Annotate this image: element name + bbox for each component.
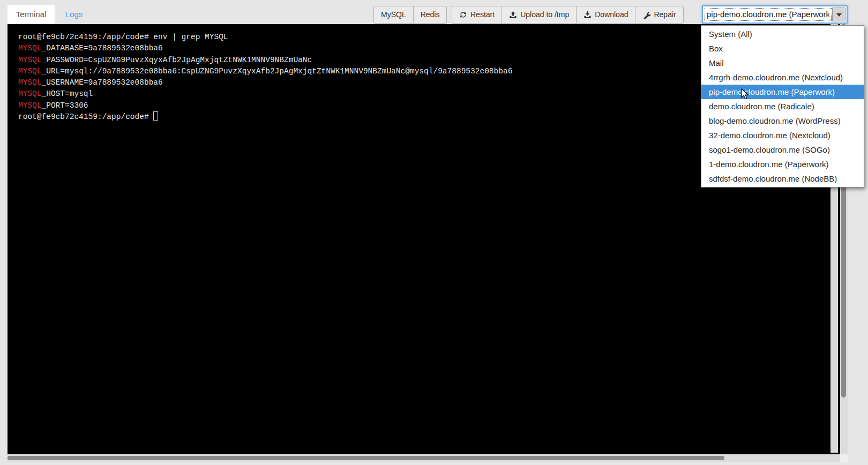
terminal-text-segment: _PASSWORD=CspUZNG9PuvzXqyxAfb2JpAgMxjqtZ…	[42, 56, 312, 64]
select-option[interactable]: Mail	[701, 56, 864, 70]
tab-logs[interactable]: Logs	[55, 5, 93, 24]
repair-icon	[642, 11, 650, 19]
terminal-text-segment: _USERNAME=9a7889532e08bba6	[42, 78, 163, 87]
tab-terminal-label: Terminal	[16, 10, 47, 19]
terminal-text-segment: MYSQL	[18, 89, 42, 98]
terminal-line: MYSQL_URL=mysql://9a7889532e08bba6:CspUZ…	[18, 66, 512, 77]
terminal-text-segment: MYSQL	[18, 101, 42, 110]
button-label: Redis	[421, 6, 440, 23]
terminal-text-segment: _HOST=mysql	[42, 89, 93, 98]
select-option[interactable]: 1-demo.cloudron.me (Paperwork)	[701, 157, 864, 171]
button-label: Upload to /tmp	[520, 6, 569, 23]
terminal-line: root@fe9cb72c4159:/app/code# env | grep …	[18, 32, 512, 43]
terminal-text-segment: root@fe9cb72c4159:/app/code# env | grep …	[18, 33, 228, 41]
select-option[interactable]: demo.cloudron.me (Radicale)	[701, 99, 864, 114]
terminal-line: MYSQL_HOST=mysql	[18, 88, 512, 100]
download-icon	[583, 11, 592, 19]
button-download[interactable]: Download	[576, 6, 635, 24]
terminal-text-segment: root@fe9cb72c4159:/app/code#	[18, 112, 153, 121]
terminal-text-segment: _DATABASE=9a7889532e08bba6	[42, 44, 163, 52]
terminal-line: MYSQL_DATABASE=9a7889532e08bba6	[18, 43, 512, 54]
terminal-line: root@fe9cb72c4159:/app/code#	[18, 111, 512, 123]
terminal-text-segment: MYSQL	[18, 67, 42, 76]
select-option[interactable]: blog-demo.cloudron.me (WordPress)	[701, 114, 864, 128]
terminal-text-segment: MYSQL	[18, 78, 42, 87]
button-restart[interactable]: Restart	[452, 6, 502, 24]
button-redis[interactable]: Redis	[413, 6, 447, 24]
terminal-text-segment: _URL=mysql://9a7889532e08bba6:CspUZNG9Pu…	[42, 67, 513, 76]
app-select-value: pip-demo.cloudron.me (Paperwork	[707, 9, 829, 20]
terminal-cursor	[153, 111, 158, 121]
button-repair[interactable]: Repair	[635, 6, 683, 24]
tab-terminal[interactable]: Terminal	[8, 5, 55, 24]
button-label: Repair	[654, 6, 676, 23]
terminal-line: MYSQL_PORT=3306	[18, 100, 512, 111]
app-select[interactable]: pip-demo.cloudron.me (Paperwork	[702, 5, 848, 24]
terminal-text-segment: MYSQL	[18, 44, 42, 52]
select-option[interactable]: 4rrgrh-demo.cloudron.me (Nextcloud)	[701, 70, 864, 85]
terminal-line: MYSQL_USERNAME=9a7889532e08bba6	[18, 77, 512, 88]
horizontal-scrollbar-thumb[interactable]	[8, 456, 724, 460]
credentials-button-group: MySQLRedis	[373, 6, 447, 24]
button-mysql[interactable]: MySQL	[373, 6, 414, 24]
terminal-text-segment: _PORT=3306	[42, 101, 88, 110]
terminal-line: MYSQL_PASSWORD=CspUZNG9PuvzXqyxAfb2JpAgM…	[18, 55, 512, 66]
upload-icon	[509, 11, 517, 19]
horizontal-scrollbar[interactable]	[6, 454, 840, 462]
terminal-output: root@fe9cb72c4159:/app/code# env | grep …	[18, 32, 512, 123]
button-upload-to-tmp[interactable]: Upload to /tmp	[502, 6, 577, 24]
terminal-text-segment: MYSQL	[18, 56, 42, 64]
button-label: Restart	[470, 6, 495, 23]
select-option[interactable]: 32-demo.cloudron.me (Nextcloud)	[701, 128, 864, 142]
select-option[interactable]: sogo1-demo.cloudron.me (SOGo)	[701, 142, 864, 157]
select-option[interactable]: System (All)	[701, 27, 864, 41]
scrollbar-corner	[840, 454, 848, 462]
app-select-caret-button[interactable]	[832, 8, 845, 21]
select-option[interactable]: sdfdsf-demo.cloudron.me (NodeBB)	[701, 171, 864, 186]
chevron-down-icon	[836, 13, 842, 17]
actions-button-group: RestartUpload to /tmpDownloadRepair	[452, 6, 684, 24]
button-label: Download	[595, 6, 628, 23]
toolbar: Terminal Logs MySQLRedis RestartUpload t…	[0, 0, 868, 24]
tab-logs-label: Logs	[65, 10, 83, 19]
app-select-dropdown: System (All)BoxMail4rrgrh-demo.cloudron.…	[701, 25, 864, 188]
button-label: MySQL	[381, 6, 406, 23]
select-option[interactable]: pip-demo.cloudron.me (Paperwork)	[701, 85, 864, 99]
select-option[interactable]: Box	[701, 41, 864, 56]
restart-icon	[459, 11, 467, 19]
